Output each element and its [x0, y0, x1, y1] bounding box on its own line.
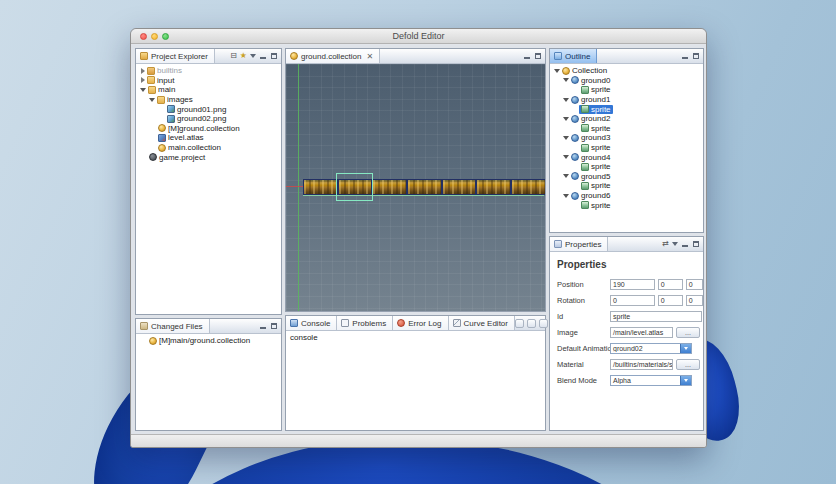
view-menu-icon[interactable]: [250, 54, 256, 58]
material-field[interactable]: /builtins/materials/s: [610, 359, 673, 370]
tree-item-content: ground6: [569, 191, 612, 200]
material-browse-button[interactable]: ...: [676, 359, 700, 370]
tab-error-log[interactable]: Error Log: [393, 316, 448, 330]
tree-item-game-project[interactable]: game.project: [136, 152, 281, 162]
position-y-field[interactable]: 0: [658, 279, 683, 290]
position-x-field[interactable]: 190: [610, 279, 655, 290]
tree-item-ground3[interactable]: ground3: [550, 133, 703, 143]
tree-item-builtins[interactable]: builtins: [136, 66, 281, 76]
tab-ground-collection-label: ground.collection: [301, 52, 361, 61]
tree-item-ground0[interactable]: ground0: [550, 76, 703, 86]
property-label: Blend Mode: [557, 376, 597, 385]
tab-outline[interactable]: Outline: [550, 49, 597, 63]
tab-project-explorer[interactable]: Project Explorer: [136, 49, 215, 63]
close-tab-icon[interactable]: ✕: [366, 52, 373, 61]
property-label: Image: [557, 328, 578, 337]
link-with-selection-icon[interactable]: ⇄: [662, 240, 669, 248]
tree-item-label: sprite: [591, 181, 611, 190]
blend-mode-select[interactable]: Alpha: [610, 375, 692, 386]
tree-item-sprite[interactable]: sprite: [550, 181, 703, 191]
rotation-x-field[interactable]: 0: [610, 295, 655, 306]
tree-item-sprite[interactable]: sprite: [550, 104, 703, 114]
maximize-panel-icon[interactable]: [692, 52, 700, 60]
tree-item-sprite[interactable]: sprite: [550, 124, 703, 134]
image-field[interactable]: /main/level.atlas: [610, 327, 673, 338]
tree-item-content: ground3: [569, 133, 612, 142]
ground-tile-5[interactable]: [476, 179, 511, 195]
tree-item-ground4[interactable]: ground4: [550, 152, 703, 162]
maximize-panel-icon[interactable]: [692, 240, 700, 248]
defold-editor-window: Defold Editor Project Explorer ⊟ ★: [130, 28, 707, 448]
collapse-all-icon[interactable]: ⊟: [230, 52, 237, 60]
tab-ground-collection[interactable]: ground.collection ✕: [286, 49, 380, 63]
tree-item-content: [M]main/ground.collection: [147, 336, 252, 345]
minimize-panel-icon[interactable]: [259, 52, 267, 60]
tab-console[interactable]: Console: [286, 316, 337, 330]
tree-item-input[interactable]: input: [136, 76, 281, 86]
sprite-icon: [581, 86, 589, 94]
minimize-panel-icon[interactable]: [523, 52, 531, 60]
filter-icon[interactable]: ★: [240, 52, 247, 60]
minimize-panel-icon[interactable]: [259, 322, 267, 330]
maximize-panel-icon[interactable]: [270, 322, 278, 330]
ground-tile-2[interactable]: [372, 179, 407, 195]
tree-item-content: ground2: [569, 114, 612, 123]
scroll-lock-icon[interactable]: [527, 319, 536, 328]
tree-item-ground2[interactable]: ground2: [550, 114, 703, 124]
tree-item-ground1[interactable]: ground1: [550, 95, 703, 105]
window-titlebar[interactable]: Defold Editor: [131, 29, 706, 44]
tab-curve-editor[interactable]: Curve Editor: [449, 316, 515, 330]
tree-item-collection[interactable]: Collection: [550, 66, 703, 76]
id-field[interactable]: sprite: [610, 311, 702, 322]
tree-item-sprite[interactable]: sprite: [550, 200, 703, 210]
maximize-panel-icon[interactable]: [270, 52, 278, 60]
selected-option-label: ground02: [611, 345, 680, 352]
rotation-y-field[interactable]: 0: [658, 295, 683, 306]
project-explorer-tree: builtinsinputmainimagesground01.pnggroun…: [136, 64, 281, 162]
property-row-image: Image/main/level.atlas...: [550, 326, 703, 338]
tab-properties[interactable]: Properties: [550, 237, 608, 251]
sprite-icon: [581, 105, 589, 113]
tree-item-m-ground-collection[interactable]: [M]ground.collection: [136, 124, 281, 134]
tree-item-images[interactable]: images: [136, 95, 281, 105]
scene-canvas[interactable]: [286, 64, 545, 311]
gameobject-icon: [571, 115, 579, 123]
maximize-panel-icon[interactable]: [534, 52, 542, 60]
tree-item-label: [M]ground.collection: [168, 124, 240, 133]
tab-label: Error Log: [408, 319, 441, 328]
tree-item-ground5[interactable]: ground5: [550, 172, 703, 182]
view-menu-icon[interactable]: [672, 242, 678, 246]
position-z-field[interactable]: 0: [686, 279, 703, 290]
pin-console-icon[interactable]: [539, 319, 548, 328]
tree-item-main-collection[interactable]: main.collection: [136, 143, 281, 153]
default-animation-select[interactable]: ground02: [610, 343, 692, 354]
tree-item-sprite[interactable]: sprite: [550, 85, 703, 95]
tree-item-ground6[interactable]: ground6: [550, 191, 703, 201]
rotation-z-field[interactable]: 0: [686, 295, 703, 306]
clear-console-icon[interactable]: [515, 319, 524, 328]
tree-item-m-main-ground-collection[interactable]: [M]main/ground.collection: [136, 336, 281, 346]
tab-problems[interactable]: Problems: [337, 316, 393, 330]
chevron-down-icon[interactable]: [680, 344, 691, 353]
tree-item-ground02-png[interactable]: ground02.png: [136, 114, 281, 124]
gameobject-icon: [571, 134, 579, 142]
ground-tile-6[interactable]: [511, 179, 545, 195]
minimize-panel-icon[interactable]: [681, 240, 689, 248]
changed-files-panel: Changed Files [M]main/ground.collection: [135, 318, 282, 431]
sprite-icon: [581, 163, 589, 171]
tree-item-level-atlas[interactable]: level.atlas: [136, 133, 281, 143]
sprite-icon: [581, 182, 589, 190]
ground-tile-0[interactable]: [303, 179, 338, 195]
tree-item-content: ground01.png: [165, 105, 228, 114]
tree-item-sprite[interactable]: sprite: [550, 162, 703, 172]
tab-changed-files[interactable]: Changed Files: [136, 319, 210, 333]
tree-item-sprite[interactable]: sprite: [550, 143, 703, 153]
tree-item-ground01-png[interactable]: ground01.png: [136, 104, 281, 114]
ground-tile-4[interactable]: [442, 179, 477, 195]
ground-tile-3[interactable]: [407, 179, 442, 195]
tree-item-content: main.collection: [156, 143, 223, 152]
image-browse-button[interactable]: ...: [676, 327, 700, 338]
chevron-down-icon[interactable]: [680, 376, 691, 385]
minimize-panel-icon[interactable]: [681, 52, 689, 60]
tree-item-main[interactable]: main: [136, 85, 281, 95]
